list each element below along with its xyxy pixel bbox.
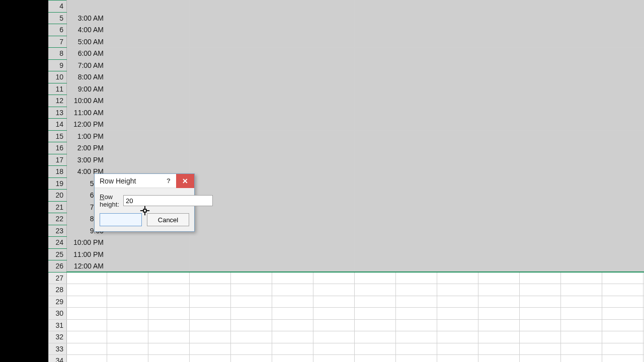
row-header[interactable]: 11 <box>49 83 67 95</box>
row[interactable]: 32 <box>49 331 645 343</box>
cell[interactable] <box>107 142 148 154</box>
cell[interactable] <box>148 284 190 296</box>
row[interactable]: 1412:00 PM <box>49 119 645 131</box>
cell[interactable] <box>561 59 602 71</box>
cell[interactable] <box>561 308 602 320</box>
cell[interactable] <box>437 95 478 107</box>
cell[interactable] <box>520 177 561 190</box>
cell[interactable] <box>437 225 478 237</box>
cell[interactable] <box>478 107 520 119</box>
cell[interactable] <box>190 284 231 296</box>
cell[interactable] <box>437 130 478 142</box>
row-header[interactable]: 7 <box>49 36 67 48</box>
cell[interactable] <box>190 95 231 107</box>
cell[interactable] <box>272 71 313 83</box>
cell[interactable] <box>520 142 561 154</box>
cell[interactable] <box>313 355 355 363</box>
cell[interactable] <box>561 319 602 331</box>
cell[interactable] <box>396 260 437 273</box>
cell[interactable] <box>313 71 355 83</box>
time-cell[interactable]: 3:00 PM <box>67 154 107 166</box>
cell[interactable] <box>355 355 396 363</box>
cell[interactable] <box>148 154 190 166</box>
cell[interactable] <box>231 284 272 296</box>
cell[interactable] <box>272 201 313 213</box>
cell[interactable] <box>190 331 231 343</box>
cell[interactable] <box>437 343 478 355</box>
cell[interactable] <box>520 119 561 131</box>
row-header[interactable]: 12 <box>49 95 67 107</box>
cell[interactable] <box>561 237 602 249</box>
cell[interactable] <box>313 213 355 225</box>
cell[interactable] <box>272 248 313 260</box>
row-header[interactable]: 20 <box>49 190 67 202</box>
row-header[interactable]: 32 <box>49 331 67 343</box>
cell[interactable] <box>561 119 602 131</box>
cell[interactable] <box>355 177 396 190</box>
cell[interactable] <box>355 201 396 213</box>
cell[interactable] <box>602 201 643 213</box>
cell[interactable] <box>478 272 520 284</box>
row-header[interactable]: 15 <box>49 130 67 142</box>
cell[interactable] <box>148 343 190 355</box>
row-header[interactable]: 29 <box>49 296 67 308</box>
cell[interactable] <box>272 319 313 331</box>
cell[interactable] <box>520 308 561 320</box>
cell[interactable] <box>272 331 313 343</box>
cell[interactable] <box>355 83 396 95</box>
cell[interactable] <box>437 248 478 260</box>
row[interactable]: 33 <box>49 343 645 355</box>
cell[interactable] <box>396 308 437 320</box>
cell[interactable] <box>107 237 148 249</box>
ok-button[interactable] <box>100 213 142 226</box>
cell[interactable] <box>396 237 437 249</box>
cell[interactable] <box>190 154 231 166</box>
cell[interactable] <box>478 48 520 60</box>
cell[interactable] <box>478 308 520 320</box>
cell[interactable] <box>272 343 313 355</box>
row[interactable]: 2612:00 AM <box>49 260 645 273</box>
cell[interactable] <box>478 71 520 83</box>
cell[interactable] <box>561 95 602 107</box>
cell[interactable] <box>190 355 231 363</box>
cell[interactable] <box>355 95 396 107</box>
cell[interactable] <box>520 343 561 355</box>
cell[interactable] <box>437 190 478 202</box>
cell[interactable] <box>313 36 355 48</box>
time-cell[interactable] <box>67 355 107 363</box>
cell[interactable] <box>107 24 148 36</box>
cell[interactable] <box>355 308 396 320</box>
spreadsheet-area[interactable]: 453:00 AM64:00 AM75:00 AM86:00 AM97:00 A… <box>48 0 644 362</box>
cell[interactable] <box>437 24 478 36</box>
cell[interactable] <box>437 59 478 71</box>
cell[interactable] <box>520 154 561 166</box>
cell[interactable] <box>313 248 355 260</box>
cell[interactable] <box>190 213 231 225</box>
row-header[interactable]: 16 <box>49 142 67 154</box>
cell[interactable] <box>396 319 437 331</box>
cell[interactable] <box>107 296 148 308</box>
cell[interactable] <box>602 296 643 308</box>
cell[interactable] <box>231 201 272 213</box>
row[interactable]: 75:00 AM <box>49 36 645 48</box>
cell[interactable] <box>190 71 231 83</box>
cell[interactable] <box>478 248 520 260</box>
cell[interactable] <box>561 201 602 213</box>
cell[interactable] <box>396 201 437 213</box>
cell[interactable] <box>190 1 231 13</box>
row-header[interactable]: 6 <box>49 24 67 36</box>
cell[interactable] <box>437 296 478 308</box>
cell[interactable] <box>148 142 190 154</box>
cell[interactable] <box>561 154 602 166</box>
cell[interactable] <box>478 130 520 142</box>
time-cell[interactable]: 12:00 PM <box>67 119 107 131</box>
cell[interactable] <box>520 95 561 107</box>
cell[interactable] <box>396 331 437 343</box>
cell[interactable] <box>107 107 148 119</box>
cell[interactable] <box>520 260 561 273</box>
cell[interactable] <box>561 213 602 225</box>
cell[interactable] <box>107 260 148 273</box>
cell[interactable] <box>396 119 437 131</box>
cell[interactable] <box>602 95 643 107</box>
row[interactable]: 108:00 AM <box>49 71 645 83</box>
